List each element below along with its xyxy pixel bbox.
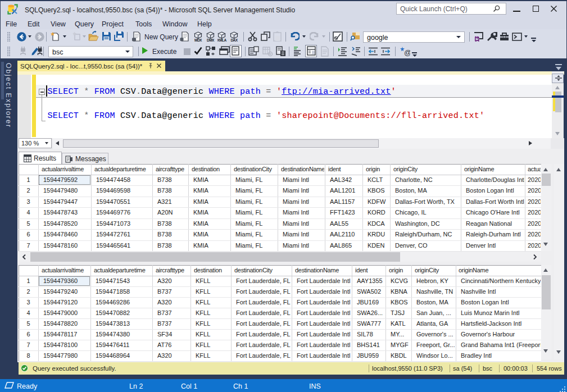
svg-text:MDX: MDX — [194, 38, 202, 42]
svg-text:DMX: DMX — [207, 38, 215, 42]
svg-text:@: @ — [404, 48, 410, 57]
svg-text:XMLA: XMLA — [217, 38, 227, 42]
svg-text:DAX: DAX — [230, 38, 238, 42]
